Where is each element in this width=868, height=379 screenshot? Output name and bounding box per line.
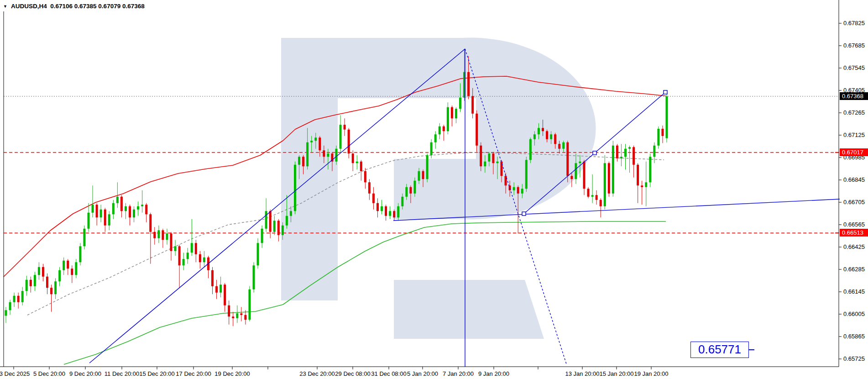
candle: [455, 109, 457, 118]
candle: [162, 230, 164, 240]
candle: [240, 313, 242, 315]
candle: [224, 284, 226, 305]
candle: [38, 267, 40, 275]
candle: [13, 296, 16, 302]
candle: [120, 197, 123, 211]
note-tick: [748, 349, 754, 350]
candle: [413, 181, 416, 194]
candle: [570, 176, 573, 179]
candle: [302, 157, 304, 166]
candle: [600, 200, 602, 206]
candle: [467, 72, 470, 96]
candle: [137, 206, 139, 210]
price-axis-label: 0.66145: [843, 288, 865, 295]
candle: [248, 290, 251, 320]
time-axis-label: 23 Dec 20:00: [299, 370, 335, 377]
candle: [434, 134, 437, 142]
candle: [348, 130, 350, 154]
candle: [562, 142, 565, 149]
time-axis-label: 5 Dec 20:00: [33, 370, 65, 377]
candle: [83, 229, 85, 247]
trendline-handle: [522, 212, 526, 216]
candle: [579, 162, 581, 163]
level-price-box: 0.67017: [840, 148, 868, 156]
candle: [21, 291, 24, 302]
candle: [492, 153, 494, 163]
price-axis-label: 0.66425: [843, 243, 865, 250]
time-axis-label: 3 Dec 2025: [0, 370, 30, 377]
candle: [286, 216, 288, 226]
candle: [310, 141, 313, 142]
candle: [389, 211, 391, 216]
candle: [661, 129, 664, 136]
candle: [269, 211, 272, 232]
candle: [71, 268, 73, 275]
candle: [533, 134, 536, 139]
candle: [178, 246, 181, 265]
candle: [199, 254, 201, 263]
candle: [34, 275, 36, 286]
level-price-box: 0.66513: [840, 229, 868, 237]
candle: [63, 261, 65, 270]
candle: [236, 313, 238, 318]
candle: [294, 165, 296, 211]
candle: [488, 153, 490, 162]
time-axis-label: 9 Jan 20:00: [478, 370, 509, 377]
candle: [653, 146, 655, 157]
candle: [277, 221, 280, 235]
candle: [335, 149, 338, 162]
price-axis-label: 0.66565: [843, 221, 865, 228]
candle: [426, 155, 429, 179]
candle: [401, 197, 403, 206]
candle: [372, 194, 375, 203]
candle: [546, 131, 548, 139]
candle: [352, 153, 354, 163]
candle: [166, 233, 168, 240]
candle: [447, 107, 449, 132]
candle: [133, 210, 135, 218]
price-axis-label: 0.67265: [843, 109, 865, 116]
candle: [558, 144, 560, 149]
candle: [575, 163, 577, 179]
candle: [525, 160, 528, 189]
candle: [96, 205, 98, 217]
candle: [50, 288, 52, 294]
trendline-handle: [664, 90, 667, 94]
chart-canvas[interactable]: [0, 0, 868, 379]
trendline-handle: [593, 151, 596, 155]
candle: [451, 107, 453, 119]
price-axis-label: 0.66705: [843, 199, 865, 205]
candle: [596, 195, 598, 200]
candle: [409, 187, 412, 194]
candle: [129, 206, 131, 218]
candle: [92, 205, 94, 213]
candle: [616, 146, 618, 158]
candle: [657, 129, 659, 146]
price-axis-label: 0.67125: [843, 132, 865, 138]
candle: [191, 243, 193, 253]
candle: [170, 233, 173, 251]
candle: [67, 261, 69, 269]
candle: [608, 163, 610, 194]
candle: [422, 171, 424, 179]
candle: [471, 96, 474, 114]
candle: [5, 310, 7, 316]
candle: [323, 150, 325, 157]
candle: [116, 197, 119, 203]
time-axis-label: 19 Jan 20:00: [634, 370, 668, 377]
price-axis-label: 0.66845: [843, 176, 865, 183]
price-axis-label: 0.67545: [843, 64, 865, 71]
candle: [649, 157, 651, 182]
candle: [54, 281, 57, 294]
candle: [604, 163, 606, 206]
candle: [393, 211, 395, 217]
time-axis-label: 7 Jan 20:00: [443, 370, 474, 377]
candle: [75, 262, 77, 275]
candle: [104, 210, 106, 226]
candle: [298, 157, 300, 165]
candle: [360, 162, 362, 171]
candle: [517, 187, 519, 194]
candle: [100, 210, 102, 218]
price-note-label[interactable]: 0.65771: [690, 342, 749, 358]
candle: [645, 182, 647, 187]
